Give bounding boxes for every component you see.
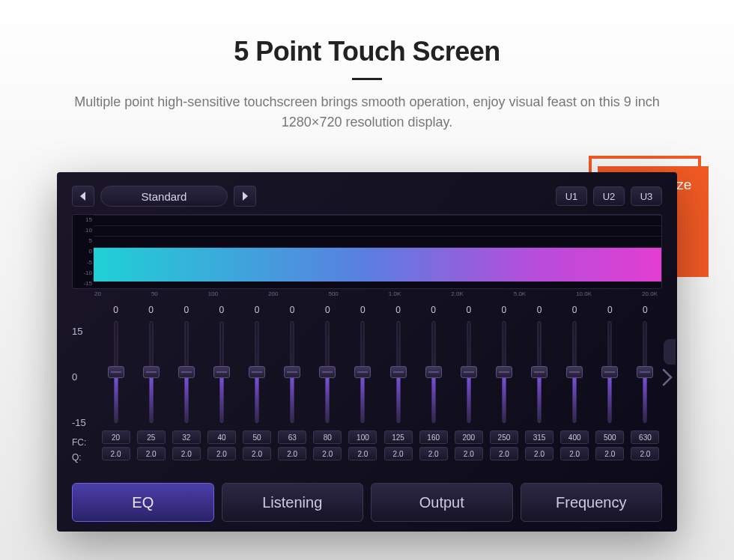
band-slider[interactable] — [498, 321, 510, 423]
band-fc[interactable]: 160 — [419, 430, 448, 444]
band-slider[interactable] — [251, 321, 263, 423]
band-fc[interactable]: 25 — [137, 430, 166, 444]
band-fc[interactable]: 125 — [384, 430, 413, 444]
band-slider[interactable] — [110, 321, 122, 423]
x-tick: 100 — [208, 290, 218, 297]
band-q[interactable]: 2.0 — [172, 447, 201, 460]
band-value: 0 — [395, 305, 401, 320]
slider-thumb[interactable] — [178, 366, 195, 378]
preset-name[interactable]: Standard — [100, 186, 228, 207]
band-slider[interactable] — [568, 321, 580, 423]
band-fc[interactable]: 50 — [243, 430, 271, 444]
preset-next-button[interactable] — [234, 186, 256, 207]
page-title: 5 Point Touch Screen — [0, 36, 734, 67]
band-q[interactable]: 2.0 — [490, 447, 518, 460]
band-q[interactable]: 2.0 — [384, 447, 413, 460]
band-fc[interactable]: 500 — [595, 430, 624, 444]
user-preset-2-button[interactable]: U2 — [593, 186, 625, 206]
band-slider[interactable] — [181, 321, 192, 423]
band-q[interactable]: 2.0 — [455, 447, 483, 460]
band-slider[interactable] — [604, 321, 616, 423]
band-slider[interactable] — [321, 321, 333, 423]
slider-thumb[interactable] — [284, 366, 300, 378]
band-slider[interactable] — [428, 321, 440, 423]
slider-thumb[interactable] — [319, 366, 336, 378]
band-fc[interactable]: 315 — [525, 430, 553, 444]
tab-output[interactable]: Output — [371, 483, 513, 522]
eq-band: 0632.0 — [276, 305, 309, 475]
slider-thumb[interactable] — [213, 366, 230, 378]
preset-prev-button[interactable] — [72, 186, 94, 207]
scale-mark: 0 — [72, 371, 99, 383]
band-value: 0 — [255, 305, 260, 320]
x-tick: 1.0K — [389, 290, 401, 297]
band-fc[interactable]: 630 — [631, 430, 659, 444]
band-slider[interactable] — [357, 321, 368, 423]
band-q[interactable]: 2.0 — [278, 447, 306, 460]
band-slider[interactable] — [639, 321, 651, 423]
tab-frequency[interactable]: Frequency — [521, 483, 663, 522]
band-fc[interactable]: 20 — [102, 430, 130, 444]
expand-tab[interactable] — [664, 339, 676, 365]
band-slider[interactable] — [392, 321, 404, 423]
band-q[interactable]: 2.0 — [631, 447, 659, 460]
band-fc[interactable]: 80 — [313, 430, 342, 444]
slider-thumb[interactable] — [390, 366, 407, 378]
slider-thumb[interactable] — [108, 366, 124, 378]
band-q[interactable]: 2.0 — [137, 447, 166, 460]
band-q[interactable]: 2.0 — [102, 447, 130, 460]
band-fc[interactable]: 32 — [172, 430, 201, 444]
band-fc[interactable]: 40 — [207, 430, 236, 444]
band-value: 0 — [431, 305, 436, 320]
tab-listening[interactable]: Listening — [222, 483, 364, 522]
slider-thumb[interactable] — [637, 366, 653, 378]
x-tick: 50 — [151, 290, 158, 297]
spectrum-panel: 15 10 5 0 -5 -10 -15 — [72, 214, 662, 289]
tab-eq[interactable]: EQ — [72, 483, 214, 522]
band-q[interactable]: 2.0 — [313, 447, 342, 460]
band-fc[interactable]: 100 — [348, 430, 377, 444]
band-value: 0 — [572, 305, 577, 320]
slider-thumb[interactable] — [143, 366, 160, 378]
slider-thumb[interactable] — [461, 366, 477, 378]
band-q[interactable]: 2.0 — [348, 447, 377, 460]
slider-thumb[interactable] — [354, 366, 371, 378]
x-tick: 20 — [94, 290, 101, 297]
band-q[interactable]: 2.0 — [243, 447, 271, 460]
band-fc[interactable]: 400 — [560, 430, 589, 444]
bands-next-button[interactable] — [662, 368, 673, 392]
eq-band: 01252.0 — [381, 305, 415, 475]
band-slider[interactable] — [286, 321, 298, 423]
slider-thumb[interactable] — [425, 366, 442, 378]
scale-mark: 15 — [72, 326, 99, 337]
x-tick: 5.0K — [514, 290, 526, 297]
eq-band: 0502.0 — [240, 305, 274, 475]
y-tick: -15 — [74, 280, 92, 287]
x-tick: 20.0K — [642, 290, 658, 297]
user-preset-1-button[interactable]: U1 — [556, 186, 587, 206]
band-value: 0 — [502, 305, 507, 320]
band-q[interactable]: 2.0 — [595, 447, 624, 460]
slider-thumb[interactable] — [531, 366, 548, 378]
x-tick: 2.0K — [451, 290, 463, 297]
band-slider[interactable] — [463, 321, 475, 423]
slider-thumb[interactable] — [601, 366, 618, 378]
band-q[interactable]: 2.0 — [560, 447, 589, 460]
band-slider[interactable] — [145, 321, 157, 423]
band-q[interactable]: 2.0 — [207, 447, 236, 460]
band-fc[interactable]: 250 — [490, 430, 518, 444]
band-q[interactable]: 2.0 — [525, 447, 553, 460]
slider-thumb[interactable] — [249, 366, 265, 378]
band-slider[interactable] — [533, 321, 545, 423]
band-q[interactable]: 2.0 — [419, 447, 448, 460]
slider-thumb[interactable] — [496, 366, 512, 378]
user-preset-3-button[interactable]: U3 — [631, 186, 662, 206]
eq-band: 02002.0 — [452, 305, 485, 475]
slider-thumb[interactable] — [566, 366, 583, 378]
y-tick: -10 — [74, 270, 92, 276]
y-tick: 5 — [74, 237, 92, 244]
band-fc[interactable]: 63 — [278, 430, 306, 444]
chevron-right-icon — [662, 368, 673, 386]
band-slider[interactable] — [216, 321, 228, 423]
band-fc[interactable]: 200 — [455, 430, 483, 444]
